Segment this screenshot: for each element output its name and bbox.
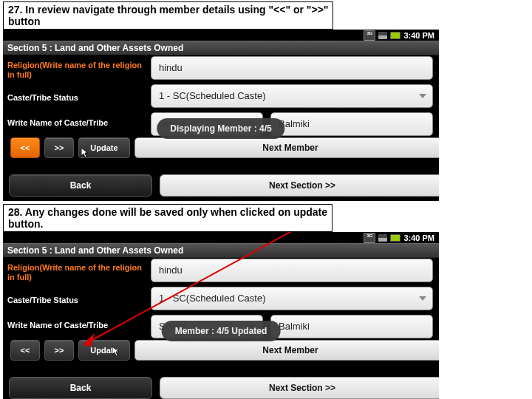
next-member-wide-button[interactable]: Next Member bbox=[134, 137, 439, 158]
phone-screen-2: 3G 3:40 PM Section 5 : Land and Other As… bbox=[3, 232, 439, 399]
clock-text: 3:40 PM bbox=[403, 31, 434, 40]
back-button[interactable]: Back bbox=[9, 377, 152, 399]
instruction-28-line1: 28. Any changes done will be saved only … bbox=[8, 206, 327, 218]
instruction-27-line2: button bbox=[8, 16, 328, 27]
tribe-name-input[interactable]: Balmiki bbox=[270, 112, 433, 136]
label-tribe-name: Write Name of Caste/Tribe bbox=[7, 118, 146, 127]
next-section-button[interactable]: Next Section >> bbox=[160, 377, 439, 399]
update-button[interactable]: Update bbox=[78, 137, 130, 158]
status-bar: 3G 3:40 PM bbox=[364, 232, 439, 244]
next-section-button[interactable]: Next Section >> bbox=[160, 174, 439, 197]
signal-icon bbox=[378, 234, 387, 242]
next-member-button[interactable]: >> bbox=[44, 137, 74, 158]
instruction-28: 28. Any changes done will be saved only … bbox=[3, 204, 332, 232]
battery-icon bbox=[390, 32, 400, 39]
label-religion: Religion(Write name of the religion in f… bbox=[7, 61, 146, 80]
red-arrow-annotation bbox=[77, 232, 335, 352]
battery-icon bbox=[390, 234, 400, 242]
section-header: Section 5 : Land and Other Assets Owned bbox=[3, 41, 439, 55]
toast-displaying-member: Displaying Member : 4/5 bbox=[157, 118, 284, 139]
instruction-27: 27. In review navigate through member de… bbox=[3, 1, 333, 30]
phone-screen-1: 3G 3:40 PM Section 5 : Land and Other As… bbox=[3, 30, 439, 201]
label-caste-status: Caste/Tribe Status bbox=[7, 93, 146, 102]
next-member-button[interactable]: >> bbox=[44, 340, 74, 361]
prev-member-button[interactable]: << bbox=[10, 340, 40, 361]
svg-marker-1 bbox=[84, 335, 93, 346]
caste-status-dropdown[interactable]: 1 - SC(Scheduled Caste) bbox=[151, 84, 433, 108]
svg-line-0 bbox=[84, 232, 328, 344]
prev-member-button[interactable]: << bbox=[10, 137, 40, 158]
network-3g-icon: 3G bbox=[364, 30, 375, 41]
instruction-28-line2: button. bbox=[8, 218, 327, 230]
signal-icon bbox=[378, 32, 387, 39]
religion-input[interactable]: hindu bbox=[151, 56, 433, 80]
status-bar: 3G 3:40 PM bbox=[364, 30, 439, 41]
instruction-27-line1: 27. In review navigate through member de… bbox=[8, 4, 328, 16]
clock-text: 3:40 PM bbox=[403, 233, 434, 242]
back-button[interactable]: Back bbox=[9, 174, 152, 197]
network-3g-icon: 3G bbox=[364, 233, 375, 243]
